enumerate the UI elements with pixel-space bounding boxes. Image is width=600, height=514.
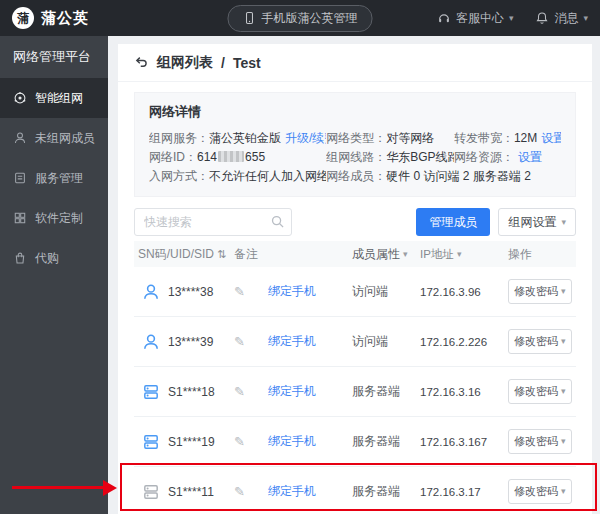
change-password-button[interactable]: 修改密码▾ (508, 379, 572, 404)
bind-phone-link[interactable]: 绑定手机 (268, 434, 316, 448)
col-action-header: 操作 (500, 246, 576, 263)
member-ip: 172.16.3.167 (420, 436, 500, 448)
sidebar-item-purchasing[interactable]: 代购 (0, 238, 108, 278)
table-row: S1****18 ✎ 绑定手机 服务器端 172.16.3.16 修改密码▾ (134, 367, 576, 417)
user-icon (13, 131, 27, 145)
sidebar-item-unjoined-members[interactable]: 未组网成员 (0, 118, 108, 158)
edit-note-icon[interactable]: ✎ (234, 434, 245, 449)
caret-down-icon: ▾ (561, 437, 566, 446)
field-value: 614 (197, 150, 217, 164)
upgrade-renew-link[interactable]: 升级/续费 (285, 131, 326, 145)
sidebar-item-software-customization[interactable]: 软件定制 (0, 198, 108, 238)
field-label: 组网线路： (326, 150, 386, 164)
caret-down-icon: ▾ (561, 487, 566, 496)
col-role-label: 成员属性 (352, 246, 400, 263)
breadcrumb-separator: / (221, 55, 225, 71)
manage-members-button[interactable]: 管理成员 (416, 208, 490, 236)
table-row-highlighted: S1****11 ✎ 绑定手机 服务器端 172.16.3.17 修改密码▾ (134, 467, 576, 514)
bind-phone-link[interactable]: 绑定手机 (268, 334, 316, 348)
change-password-button[interactable]: 修改密码▾ (508, 279, 572, 304)
sidebar: 网络管理平台 智能组网 未组网成员 服务管理 软件定制 代购 (0, 36, 108, 514)
edit-note-icon[interactable]: ✎ (234, 334, 245, 349)
member-sn: S1****18 (168, 385, 234, 399)
member-role: 服务器端 (348, 483, 420, 500)
search-icon[interactable] (270, 214, 285, 229)
change-password-button[interactable]: 修改密码▾ (508, 329, 572, 354)
change-password-label: 修改密码 (514, 384, 558, 399)
field-label: 网络成员： (326, 169, 386, 183)
bind-phone-link[interactable]: 绑定手机 (268, 284, 316, 298)
headset-icon (437, 11, 451, 25)
detail-network-line: 组网线路：华东BGP线路设置 (326, 148, 454, 167)
member-sn: 13****38 (168, 285, 234, 299)
search-input[interactable] (134, 208, 292, 236)
search-box (134, 208, 292, 236)
service-list-icon (13, 171, 27, 185)
platform-title: 网络管理平台 (0, 36, 108, 78)
change-password-button[interactable]: 修改密码▾ (508, 479, 572, 504)
change-password-label: 修改密码 (514, 484, 558, 499)
table-row: 13****39 ✎ 绑定手机 访问端 172.16.2.226 修改密码▾ (134, 317, 576, 367)
mobile-admin-button[interactable]: 手机版蒲公英管理 (228, 5, 373, 32)
caret-down-icon: ▾ (561, 387, 566, 396)
edit-note-icon[interactable]: ✎ (234, 284, 245, 299)
field-value: 655 (245, 150, 265, 164)
bind-phone-link[interactable]: 绑定手机 (268, 384, 316, 398)
sidebar-item-label: 服务管理 (35, 170, 83, 187)
edit-note-icon[interactable]: ✎ (234, 384, 245, 399)
network-settings-label: 组网设置 (508, 214, 556, 231)
member-type-server-icon (142, 383, 160, 401)
member-sn: S1****19 (168, 435, 234, 449)
detail-bandwidth: 转发带宽：12M设置 (454, 129, 561, 148)
app-window: 蒲 蒲公英 手机版蒲公英管理 客服中心 ▾ 消息 ▾ 网络管理平台 智能组网 (0, 0, 600, 514)
topbar: 蒲 蒲公英 手机版蒲公英管理 客服中心 ▾ 消息 ▾ (0, 0, 600, 36)
back-icon[interactable] (134, 55, 149, 70)
change-password-button[interactable]: 修改密码▾ (508, 429, 572, 454)
logo-text: 蒲公英 (41, 9, 89, 28)
member-ip: 172.16.2.226 (420, 336, 500, 348)
members-table: SN码/UID/SID ⇅ 备注 成员属性 ▾ IP地址 ▾ 操作 (134, 241, 576, 514)
caret-down-icon: ▾ (457, 250, 462, 259)
member-type-user-icon (142, 333, 160, 351)
caret-down-icon: ▾ (561, 337, 566, 346)
col-note-header: 备注 (234, 246, 268, 263)
sidebar-item-label: 智能组网 (35, 90, 83, 107)
change-password-label: 修改密码 (514, 434, 558, 449)
detail-network-resource: 网络资源：设置 (454, 148, 561, 167)
bandwidth-settings-link[interactable]: 设置 (541, 131, 561, 145)
service-center-label: 客服中心 (456, 10, 504, 27)
sidebar-item-label: 软件定制 (35, 210, 83, 227)
col-sn-header[interactable]: SN码/UID/SID ⇅ (134, 246, 234, 263)
field-value: 对等网络 (386, 131, 434, 145)
field-label: 网络ID： (149, 150, 197, 164)
sort-icon[interactable]: ⇅ (217, 248, 226, 261)
logo-icon: 蒲 (12, 7, 34, 29)
mobile-admin-label: 手机版蒲公英管理 (262, 10, 358, 27)
detail-join-mode: 入网方式：不允许任何人加入网络设置 (149, 167, 326, 186)
messages-menu[interactable]: 消息 ▾ (535, 10, 588, 27)
breadcrumb-network-list[interactable]: 组网列表 (157, 54, 213, 72)
field-value: 12M (514, 131, 537, 145)
field-label: 组网服务： (149, 131, 209, 145)
col-ip-header[interactable]: IP地址 ▾ (420, 247, 500, 262)
resource-settings-link[interactable]: 设置 (518, 150, 542, 164)
col-role-header[interactable]: 成员属性 ▾ (348, 246, 420, 263)
detail-network-service: 组网服务：蒲公英铂金版升级/续费 (149, 129, 326, 148)
member-ip: 172.16.3.16 (420, 386, 500, 398)
edit-note-icon[interactable]: ✎ (234, 484, 245, 499)
member-type-user-icon (142, 283, 160, 301)
sidebar-item-service-management[interactable]: 服务管理 (0, 158, 108, 198)
table-row: 13****38 ✎ 绑定手机 访问端 172.16.3.96 修改密码▾ (134, 267, 576, 317)
member-role: 服务器端 (348, 383, 420, 400)
service-center-menu[interactable]: 客服中心 ▾ (437, 10, 514, 27)
table-row: S1****19 ✎ 绑定手机 服务器端 172.16.3.167 修改密码▾ (134, 417, 576, 467)
sidebar-item-smart-networking[interactable]: 智能组网 (0, 78, 108, 118)
brand-logo[interactable]: 蒲 蒲公英 (12, 7, 89, 29)
sidebar-item-label: 未组网成员 (35, 130, 95, 147)
mobile-phone-icon (243, 11, 257, 25)
member-sn: S1****11 (168, 485, 234, 499)
bind-phone-link[interactable]: 绑定手机 (268, 484, 316, 498)
network-settings-button[interactable]: 组网设置 ▾ (498, 208, 576, 236)
col-ip-label: IP地址 (420, 247, 454, 262)
messages-label: 消息 (554, 10, 578, 27)
